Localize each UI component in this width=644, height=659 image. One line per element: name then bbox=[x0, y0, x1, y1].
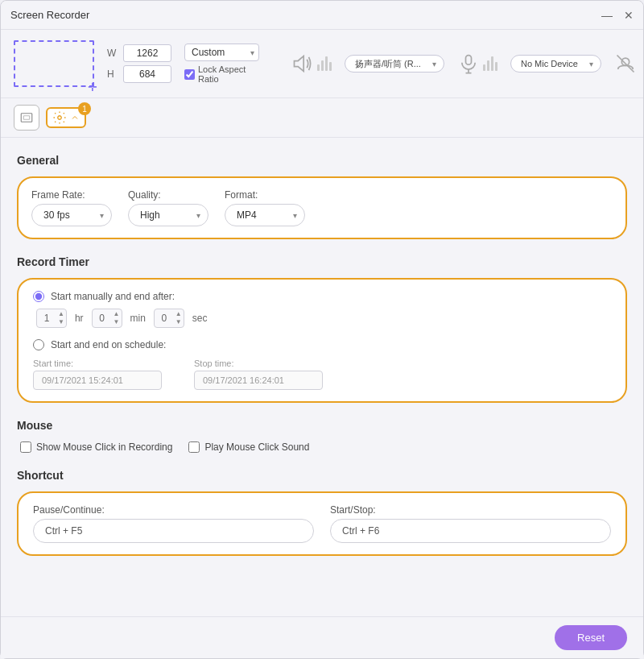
capture-mode-icon bbox=[19, 110, 34, 125]
general-group: Frame Rate: 15 fps 20 fps 24 fps 30 fps … bbox=[17, 176, 627, 239]
play-sound-item: Play Mouse Click Sound bbox=[188, 441, 309, 453]
sec-down-arrow[interactable]: ▼ bbox=[174, 318, 184, 326]
width-input[interactable] bbox=[123, 44, 171, 62]
frame-rate-select[interactable]: 15 fps 20 fps 24 fps 30 fps 60 fps bbox=[31, 204, 112, 226]
mouse-section: Mouse Show Mouse Click in Recording Play… bbox=[17, 419, 627, 453]
settings-bar: 1 bbox=[1, 98, 643, 138]
min-up-arrow[interactable]: ▲ bbox=[112, 310, 122, 318]
close-button[interactable]: ✕ bbox=[624, 9, 634, 22]
time-inputs: 1 ▲ ▼ hr 0 ▲ ▼ min 0 bbox=[33, 309, 611, 328]
mic-bars bbox=[483, 56, 497, 71]
shortcut-group: Pause/Continue: Start/Stop: bbox=[17, 491, 627, 556]
show-click-checkbox[interactable] bbox=[20, 441, 31, 453]
mic-icon bbox=[457, 52, 480, 75]
frame-rate-group: Frame Rate: 15 fps 20 fps 24 fps 30 fps … bbox=[31, 189, 112, 226]
stop-time-input[interactable] bbox=[194, 371, 323, 390]
chevron-up-icon bbox=[70, 113, 80, 122]
hour-arrows[interactable]: ▲ ▼ bbox=[56, 310, 66, 325]
start-stop-label: Start/Stop: bbox=[330, 504, 611, 516]
format-label: Format: bbox=[225, 189, 305, 201]
sec-arrows[interactable]: ▲ ▼ bbox=[174, 310, 184, 325]
min-arrows[interactable]: ▲ ▼ bbox=[112, 310, 122, 325]
frame-rate-label: Frame Rate: bbox=[31, 189, 112, 201]
sec-unit: sec bbox=[192, 313, 208, 324]
capture-mode-button[interactable] bbox=[14, 105, 39, 131]
play-sound-label: Play Mouse Click Sound bbox=[204, 441, 309, 453]
sec-stepper[interactable]: 0 ▲ ▼ bbox=[154, 309, 184, 328]
min-unit: min bbox=[130, 313, 146, 324]
speaker-select-wrap[interactable]: 扬声器/听筒 (R... bbox=[345, 55, 444, 73]
pause-continue-input[interactable] bbox=[33, 519, 314, 543]
minimize-button[interactable]: — bbox=[601, 9, 613, 22]
schedule-times: Start time: Stop time: bbox=[33, 359, 611, 390]
play-sound-checkbox[interactable] bbox=[188, 441, 200, 453]
lock-aspect-checkbox[interactable] bbox=[184, 69, 195, 80]
hour-up-arrow[interactable]: ▲ bbox=[56, 310, 66, 318]
dimensions-group: W H bbox=[107, 44, 171, 83]
record-timer-section-title: Record Timer bbox=[17, 255, 627, 268]
hour-value: 1 bbox=[37, 309, 56, 327]
mouse-section-title: Mouse bbox=[17, 419, 627, 432]
min-stepper[interactable]: 0 ▲ ▼ bbox=[92, 309, 122, 328]
lock-aspect-label: Lock AspectRatio bbox=[198, 64, 246, 84]
reset-button[interactable]: Reset bbox=[555, 625, 627, 650]
mic-select-wrap[interactable]: No Mic Device bbox=[510, 55, 601, 73]
schedule-label: Start and end on schedule: bbox=[51, 339, 166, 350]
show-click-item: Show Mouse Click in Recording bbox=[20, 441, 172, 453]
webcam-icon bbox=[614, 52, 637, 75]
pause-continue-field: Pause/Continue: bbox=[33, 504, 314, 543]
mic-select[interactable]: No Mic Device bbox=[510, 55, 601, 73]
pause-continue-label: Pause/Continue: bbox=[33, 504, 314, 516]
manual-label: Start manually and end after: bbox=[51, 291, 175, 302]
general-section-title: General bbox=[17, 154, 627, 167]
format-select-wrap[interactable]: MP4 MOV AVI MKV bbox=[225, 204, 305, 226]
format-group: Format: MP4 MOV AVI MKV bbox=[225, 189, 305, 226]
mouse-options: Show Mouse Click in Recording Play Mouse… bbox=[17, 441, 627, 453]
height-input[interactable] bbox=[123, 65, 171, 83]
footer-bar: Reset bbox=[1, 616, 643, 658]
frame-rate-select-wrap[interactable]: 15 fps 20 fps 24 fps 30 fps 60 fps bbox=[31, 204, 112, 226]
sec-up-arrow[interactable]: ▲ bbox=[174, 310, 184, 318]
webcam-group bbox=[614, 52, 637, 75]
main-content: General Frame Rate: 15 fps 20 fps 24 fps… bbox=[1, 138, 643, 616]
window-title: Screen Recorder bbox=[10, 9, 89, 21]
shortcut-section-title: Shortcut bbox=[17, 469, 627, 482]
speaker-bars bbox=[317, 56, 332, 71]
min-value: 0 bbox=[93, 309, 112, 327]
svg-rect-6 bbox=[21, 114, 32, 122]
preset-select-wrap[interactable]: Custom Full Screen 720p 1080p bbox=[184, 44, 259, 61]
quality-select-wrap[interactable]: Low Medium High Lossless bbox=[128, 204, 208, 226]
show-click-label: Show Mouse Click in Recording bbox=[36, 441, 172, 453]
hour-stepper[interactable]: 1 ▲ ▼ bbox=[36, 309, 67, 328]
hour-down-arrow[interactable]: ▼ bbox=[56, 318, 66, 326]
start-time-input[interactable] bbox=[33, 371, 162, 390]
gear-icon bbox=[52, 110, 67, 125]
min-down-arrow[interactable]: ▼ bbox=[112, 318, 122, 326]
start-time-group: Start time: bbox=[33, 359, 162, 390]
speaker-group bbox=[291, 52, 332, 75]
svg-rect-7 bbox=[23, 116, 30, 120]
svg-marker-0 bbox=[295, 56, 304, 72]
format-select[interactable]: MP4 MOV AVI MKV bbox=[225, 204, 305, 226]
speaker-select[interactable]: 扬声器/听筒 (R... bbox=[345, 55, 444, 73]
settings-gear-button[interactable]: 1 bbox=[46, 107, 86, 128]
mic-group bbox=[457, 52, 497, 75]
schedule-radio[interactable] bbox=[33, 339, 44, 350]
svg-rect-1 bbox=[466, 56, 472, 65]
quality-label: Quality: bbox=[128, 189, 208, 201]
capture-area: ✛ bbox=[14, 40, 94, 87]
sec-value: 0 bbox=[155, 309, 174, 327]
width-label: W bbox=[107, 48, 120, 59]
start-stop-field: Start/Stop: bbox=[330, 504, 611, 543]
capture-rect[interactable]: ✛ bbox=[14, 40, 94, 87]
start-stop-input[interactable] bbox=[330, 519, 611, 543]
quality-select[interactable]: Low Medium High Lossless bbox=[128, 204, 208, 226]
stop-time-label: Stop time: bbox=[194, 359, 323, 368]
hour-unit: hr bbox=[75, 313, 84, 324]
shortcut-row: Pause/Continue: Start/Stop: bbox=[33, 504, 611, 543]
preset-select[interactable]: Custom Full Screen 720p 1080p bbox=[184, 44, 259, 61]
start-time-label: Start time: bbox=[33, 359, 162, 368]
crosshair-icon: ✛ bbox=[88, 81, 97, 90]
manual-radio[interactable] bbox=[33, 291, 44, 302]
height-label: H bbox=[107, 68, 120, 80]
